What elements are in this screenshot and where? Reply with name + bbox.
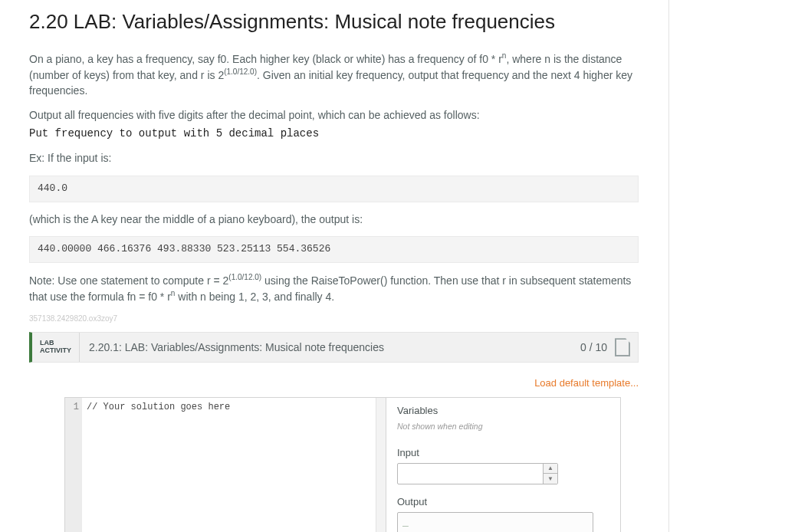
lab-badge: LAB ACTIVITY: [32, 333, 80, 362]
note-paragraph: Note: Use one statement to compute r = 2…: [29, 272, 639, 304]
note-text-3: with n being 1, 2, 3, and finally 4.: [175, 290, 334, 302]
output-digits-instruction: Output all frequencies with five digits …: [29, 107, 639, 123]
trace-id: 357138.2429820.ox3zoy7: [29, 314, 639, 325]
variables-note: Not shown when editing: [397, 421, 609, 432]
editor-scrollbar[interactable]: [376, 398, 386, 532]
vertical-divider: [668, 0, 669, 532]
lab-badge-line2: ACTIVITY: [40, 347, 71, 355]
lab-content: 2.20 LAB: Variables/Assignments: Musical…: [29, 8, 639, 532]
editor-row: 1 // Your solution goes here Variables N…: [64, 397, 639, 532]
input-heading: Input: [397, 446, 609, 461]
note-exp-2: (1.0/12.0): [228, 273, 261, 281]
load-default-template-link[interactable]: Load default template...: [64, 376, 639, 391]
output-field: _: [397, 512, 593, 532]
lab-score: 0 / 10: [580, 340, 615, 355]
output-cursor: _: [402, 517, 409, 528]
code-editor[interactable]: 1 // Your solution goes here: [64, 397, 386, 532]
example-label: Ex: If the input is:: [29, 150, 639, 166]
variables-heading: Variables: [397, 404, 609, 419]
intro-exp-1: (1.0/12.0): [224, 67, 257, 76]
sample-output-block: 440.00000 466.16376 493.88330 523.25113 …: [29, 236, 639, 263]
document-icon[interactable]: [615, 338, 630, 356]
output-heading: Output: [397, 495, 609, 510]
input-field[interactable]: ▲ ▼: [397, 463, 558, 484]
mid-text: (which is the A key near the middle of a…: [29, 212, 639, 227]
pseudocode-line: Put frequency to output with 5 decimal p…: [29, 126, 639, 141]
chevron-up-icon[interactable]: ▲: [544, 464, 557, 475]
line-gutter: 1: [65, 398, 82, 532]
runtime-panel: Variables Not shown when editing Input ▲…: [386, 397, 621, 532]
intro-paragraph: On a piano, a key has a frequency, say f…: [29, 51, 639, 98]
chevron-down-icon[interactable]: ▼: [544, 474, 557, 484]
input-stepper[interactable]: ▲ ▼: [543, 464, 557, 484]
page-title: 2.20 LAB: Variables/Assignments: Musical…: [29, 8, 639, 37]
lab-activity-bar: LAB ACTIVITY 2.20.1: LAB: Variables/Assi…: [29, 332, 639, 363]
intro-text-1: On a piano, a key has a frequency, say f…: [29, 52, 502, 64]
note-text-1: Note: Use one statement to compute r = 2: [29, 274, 228, 286]
sample-input-block: 440.0: [29, 176, 639, 202]
lab-activity-title: 2.20.1: LAB: Variables/Assignments: Musi…: [80, 340, 580, 355]
code-text[interactable]: // Your solution goes here: [82, 398, 236, 532]
